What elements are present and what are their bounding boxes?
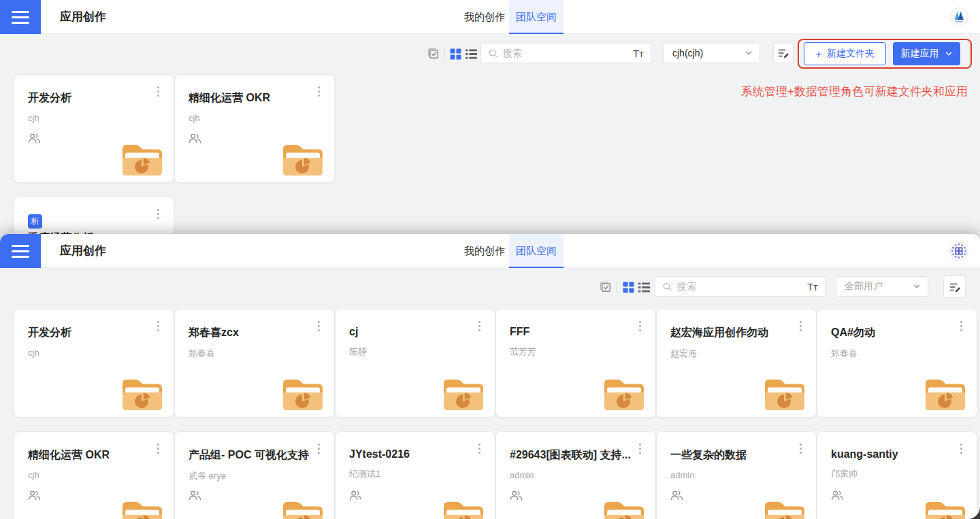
kebab-menu-icon[interactable] — [956, 318, 966, 333]
tab-my-creations[interactable]: 我的创作 — [451, 234, 519, 268]
new-folder-label: 新建文件夹 — [827, 48, 875, 60]
toolbar-divider — [444, 48, 445, 59]
search-input[interactable] — [677, 281, 807, 292]
kebab-menu-icon[interactable] — [634, 441, 645, 456]
card-title: FFF — [510, 326, 642, 338]
kebab-menu-icon[interactable] — [474, 441, 485, 456]
owner-filter-value: 全部用户 — [845, 280, 913, 292]
folder-card[interactable]: QA#勿动 郑春喜 — [817, 309, 977, 418]
folder-card[interactable]: 精细化运营 OKR cjh — [14, 431, 174, 519]
tab-my-creations[interactable]: 我的创作 — [451, 0, 519, 34]
brand-logo — [949, 7, 968, 27]
screenshot-top: 应用创作 我的创作 团队空间 Tᴛ cjh(cjh) + 新建文件夹 新建应用 … — [0, 0, 980, 234]
folder-card[interactable]: 一些复杂的数据 admin — [656, 431, 817, 519]
folder-card[interactable]: 产品组- POC 可视化支持 贰爷 erye — [174, 431, 335, 519]
new-app-label: 新建应用 — [901, 48, 939, 60]
menu-button[interactable] — [0, 0, 41, 34]
card-owner: 郑春喜 — [831, 348, 963, 360]
folder-pie-icon — [763, 499, 806, 519]
owner-filter-select[interactable]: 全部用户 — [836, 276, 928, 297]
screenshot-bottom: 应用创作 我的创作 团队空间 Tᴛ 全部用户 开发分析 cjh 郑春喜zcx 郑… — [0, 234, 980, 519]
people-icon — [349, 490, 362, 501]
kebab-menu-icon[interactable] — [313, 318, 324, 333]
folder-pie-icon — [763, 376, 806, 412]
app-badge: 析 — [28, 214, 42, 229]
multi-select-icon[interactable] — [599, 280, 612, 293]
tab-team-space[interactable]: 团队空间 — [509, 0, 564, 34]
folder-card[interactable]: JYtest-0216 纪测试1 — [335, 431, 495, 519]
multi-select-icon[interactable] — [427, 47, 440, 60]
search-icon — [488, 48, 498, 58]
card-owner: admin — [510, 470, 642, 480]
folder-card[interactable]: 精细化运营 OKR cjh — [174, 74, 335, 183]
folder-card[interactable]: 赵宏海应用创作勿动 赵宏海 — [656, 309, 817, 418]
folder-pie-icon — [281, 499, 325, 519]
kebab-menu-icon[interactable] — [152, 206, 163, 221]
kebab-menu-icon[interactable] — [795, 318, 806, 333]
list-view-icon[interactable] — [638, 282, 650, 293]
brand-logo — [949, 241, 968, 261]
folder-pie-icon — [281, 141, 325, 177]
kebab-menu-icon[interactable] — [152, 84, 163, 99]
card-owner: admin — [670, 470, 802, 480]
card-title: #29643[图表联动] 支持... — [510, 448, 642, 463]
card-title: 开发分析 — [28, 326, 160, 340]
text-case-icon[interactable]: Tᴛ — [807, 281, 818, 292]
folder-card-partial[interactable]: 析 季度经营分析 — [14, 197, 174, 234]
card-title: kuang-santiy — [831, 448, 963, 461]
menu-button[interactable] — [0, 234, 41, 268]
tab-team-space[interactable]: 团队空间 — [509, 234, 564, 268]
grid-view-icon[interactable] — [450, 48, 461, 60]
chevron-down-icon — [913, 282, 921, 290]
folder-pie-icon — [281, 376, 325, 412]
grid-view-icon[interactable] — [623, 282, 634, 293]
search-box: Tᴛ — [480, 43, 651, 63]
search-input[interactable] — [503, 48, 633, 58]
batch-edit-button[interactable] — [773, 43, 794, 63]
people-icon — [670, 490, 683, 501]
search-box: Tᴛ — [655, 276, 826, 297]
new-folder-button[interactable]: + 新建文件夹 — [804, 42, 886, 65]
toolbar-divider — [617, 282, 617, 292]
list-view-icon[interactable] — [466, 48, 477, 60]
card-owner: 郑春喜 — [189, 348, 321, 360]
card-owner: 邝家帅 — [831, 468, 963, 480]
folder-card[interactable]: 开发分析 cjh — [14, 309, 174, 418]
card-title: 产品组- POC 可视化支持 — [189, 448, 321, 463]
kebab-menu-icon[interactable] — [152, 318, 163, 333]
search-icon — [662, 282, 672, 292]
people-icon — [189, 133, 201, 144]
people-icon — [28, 490, 41, 501]
folder-card[interactable]: 郑春喜zcx 郑春喜 — [174, 309, 335, 418]
card-owner: cjh — [28, 470, 160, 480]
folder-pie-icon — [602, 499, 646, 519]
folder-pie-icon — [924, 499, 967, 519]
people-icon — [831, 490, 844, 501]
owner-filter-select[interactable]: cjh(cjh) — [664, 43, 760, 63]
kebab-menu-icon[interactable] — [795, 441, 806, 456]
card-title: 赵宏海应用创作勿动 — [670, 326, 802, 340]
folder-card[interactable]: kuang-santiy 邝家帅 — [817, 431, 977, 519]
new-app-button[interactable]: 新建应用 — [893, 42, 960, 65]
people-icon — [189, 490, 201, 501]
grid-seal-logo-icon — [950, 242, 968, 260]
kebab-menu-icon[interactable] — [152, 441, 163, 456]
kebab-menu-icon[interactable] — [313, 84, 324, 99]
kebab-menu-icon[interactable] — [956, 441, 966, 456]
folder-card[interactable]: #29643[图表联动] 支持... admin — [495, 431, 656, 519]
triangle-a-logo-icon — [950, 8, 968, 26]
card-owner: cjh — [189, 113, 321, 123]
text-case-icon[interactable]: Tᴛ — [633, 48, 644, 59]
card-owner: cjh — [28, 348, 160, 358]
kebab-menu-icon[interactable] — [474, 318, 485, 333]
folder-card[interactable]: FFF 范芳芳 — [495, 309, 656, 418]
folder-pie-icon — [442, 376, 485, 412]
header: 应用创作 我的创作 团队空间 — [0, 0, 980, 34]
kebab-menu-icon[interactable] — [634, 318, 645, 333]
folder-pie-icon — [442, 499, 485, 519]
batch-edit-button[interactable] — [943, 275, 966, 298]
card-title: 一些复杂的数据 — [670, 448, 802, 463]
folder-card[interactable]: 开发分析 cjh — [14, 74, 174, 183]
kebab-menu-icon[interactable] — [313, 441, 324, 456]
folder-card[interactable]: cj 陈静 — [335, 309, 495, 418]
